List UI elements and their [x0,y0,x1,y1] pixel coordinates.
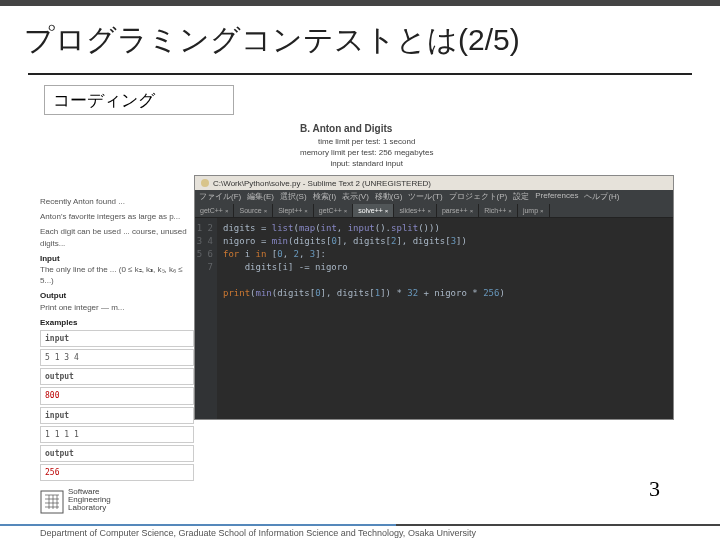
app-icon [201,179,209,187]
ide-title-text: C:\Work\Python\solve.py - Sublime Text 2… [213,179,431,188]
close-icon[interactable]: × [540,208,544,214]
svg-rect-0 [41,491,63,513]
menu-item[interactable]: 選択(S) [280,191,307,203]
close-icon[interactable]: × [508,208,512,214]
menu-item[interactable]: ファイル(F) [199,191,241,203]
page-title: プログラミングコンテストとは(2/5) [24,20,696,61]
ide-tab[interactable]: jump× [518,204,550,217]
footer-text: Department of Computer Science, Graduate… [40,528,476,538]
ide-tab[interactable]: parse++× [437,204,479,217]
ex1-out: 800 [40,387,194,404]
title-area: プログラミングコンテストとは(2/5) [0,6,720,67]
problem-p1: Recently Anton found ... [40,196,194,207]
menu-item[interactable]: プロジェクト(P) [449,191,508,203]
close-icon[interactable]: × [225,208,229,214]
menu-item[interactable]: ヘルプ(H) [584,191,619,203]
ide-tab[interactable]: Rich++× [479,204,518,217]
footer-bar [0,524,720,526]
problem-title: B. Anton and Digits [300,122,433,136]
problem-header: B. Anton and Digits time limit per test:… [300,122,433,170]
input-text: The only line of the ... (0 ≤ k₂, k₃, k₅… [40,264,194,286]
menu-item[interactable]: 設定 [513,191,529,203]
subtitle-text: コーディング [53,89,155,112]
ide-menubar[interactable]: ファイル(F)編集(E)選択(S)検索(I)表示(V)移動(G)ツール(T)プロ… [195,190,673,204]
examples-header: Examples [40,317,194,328]
close-icon[interactable]: × [264,208,268,214]
page-number: 3 [649,476,660,502]
ide-tab[interactable]: Slept++× [273,204,314,217]
problem-timelimit: time limit per test: 1 second [300,136,433,147]
ide-body: 1 2 3 4 5 6 7 digits = list(map(int, inp… [195,218,673,419]
problem-statement: Recently Anton found ... Anton's favorit… [40,196,194,481]
menu-item[interactable]: 移動(G) [375,191,403,203]
problem-p2: Anton's favorite integers as large as p.… [40,211,194,222]
menu-item[interactable]: Preferences [535,191,578,203]
ide-tab[interactable]: getC++× [195,204,234,217]
lab-logo-icon [40,490,64,514]
close-icon[interactable]: × [470,208,474,214]
problem-p3: Each digit can be used ... course, unuse… [40,226,194,248]
lab-logo-text: Software Engineering Laboratory [68,488,111,512]
ide-gutter: 1 2 3 4 5 6 7 [195,218,217,419]
ex2-in: 1 1 1 1 [40,426,194,443]
ide-tab[interactable]: Source× [234,204,273,217]
ex1-in: 5 1 3 4 [40,349,194,366]
close-icon[interactable]: × [427,208,431,214]
output-text: Print one integer — m... [40,302,194,313]
ex2-in-label: input [40,407,194,424]
ex2-out-label: output [40,445,194,462]
title-underline [28,73,692,75]
ide-code[interactable]: digits = list(map(int, input().split()))… [217,218,673,419]
ex2-out: 256 [40,464,194,481]
menu-item[interactable]: ツール(T) [408,191,442,203]
menu-item[interactable]: 表示(V) [342,191,369,203]
ide-tabs[interactable]: getC++×Source×Slept++×getC++×solve++×sli… [195,204,673,218]
close-icon[interactable]: × [344,208,348,214]
ide-tab[interactable]: slides++× [394,204,437,217]
close-icon[interactable]: × [385,208,389,214]
menu-item[interactable]: 編集(E) [247,191,274,203]
ide-tab[interactable]: solve++× [353,204,394,217]
problem-inputmode: input: standard input [300,158,433,169]
problem-memlimit: memory limit per test: 256 megabytes [300,147,433,158]
ide-tab[interactable]: getC++× [314,204,353,217]
ex1-in-label: input [40,330,194,347]
ide-window: C:\Work\Python\solve.py - Sublime Text 2… [194,175,674,420]
ide-titlebar: C:\Work\Python\solve.py - Sublime Text 2… [195,176,673,190]
close-icon[interactable]: × [304,208,308,214]
subtitle-box: コーディング [44,85,234,115]
ex1-out-label: output [40,368,194,385]
input-header: Input [40,253,194,264]
output-header: Output [40,290,194,301]
menu-item[interactable]: 検索(I) [313,191,337,203]
